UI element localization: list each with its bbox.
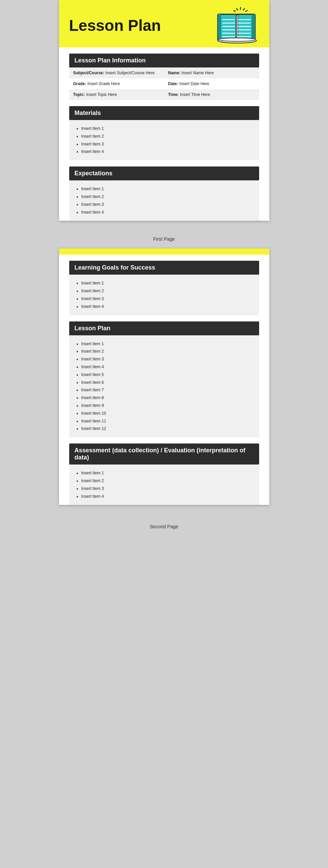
list-item: Insert Item 2 <box>81 193 254 201</box>
list-item: Insert Item 11 <box>81 417 254 425</box>
section-lesson-plan: Lesson Plan Insert Item 1Insert Item 2In… <box>69 321 259 438</box>
expectations-list: Insert Item 1Insert Item 2Insert Item 3I… <box>69 180 259 221</box>
list-item: Insert Item 2 <box>81 287 254 295</box>
list-item: Insert Item 12 <box>81 425 254 433</box>
list-item: Insert Item 4 <box>81 303 254 311</box>
section-lesson-plan-header: Lesson Plan <box>69 321 259 335</box>
list-item: Insert Item 8 <box>81 394 254 402</box>
lesson-plan-list: Insert Item 1Insert Item 2Insert Item 3I… <box>69 335 259 438</box>
page-title: Lesson Plan <box>69 17 161 34</box>
page-2: Learning Goals for Success Insert Item 1… <box>59 249 269 505</box>
list-item: Insert Item 3 <box>81 201 254 209</box>
svg-line-4 <box>234 11 235 12</box>
section-expectations: Expectations Insert Item 1Insert Item 2I… <box>69 166 259 221</box>
info-name: Name: Insert Name Here <box>164 67 259 78</box>
svg-line-1 <box>243 8 245 10</box>
list-item: Insert Item 3 <box>81 295 254 303</box>
list-item: Insert Item 2 <box>81 348 254 355</box>
section-learning-goals: Learning Goals for Success Insert Item 1… <box>69 261 259 315</box>
info-date: Date: Insert Date Here <box>164 78 259 89</box>
list-item: Insert Item 1 <box>81 125 254 133</box>
list-item: Insert Item 10 <box>81 410 254 417</box>
list-item: Insert Item 6 <box>81 379 254 387</box>
page2-top-bar <box>59 249 269 255</box>
svg-rect-8 <box>252 14 255 41</box>
list-item: Insert Item 3 <box>81 355 254 363</box>
section-expectations-header: Expectations <box>69 166 259 180</box>
list-item: Insert Item 1 <box>81 279 254 287</box>
list-item: Insert Item 3 <box>81 485 254 493</box>
section-materials-header: Materials <box>69 106 259 120</box>
list-item: Insert Item 9 <box>81 402 254 410</box>
list-item: Insert Item 4 <box>81 493 254 500</box>
svg-point-22 <box>218 38 256 41</box>
list-item: Insert Item 1 <box>81 185 254 193</box>
book-icon <box>215 7 259 44</box>
assessment-list: Insert Item 1Insert Item 2Insert Item 3I… <box>69 465 259 505</box>
list-item: Insert Item 7 <box>81 386 254 394</box>
section-info: Lesson Plan Information Subject/Course: … <box>69 54 259 100</box>
list-item: Insert Item 3 <box>81 140 254 148</box>
list-item: Insert Item 4 <box>81 363 254 371</box>
page2-label: Second Page <box>0 518 328 536</box>
list-item: Insert Item 4 <box>81 209 254 216</box>
svg-rect-7 <box>218 14 221 41</box>
section-assessment-header: Assessment (data collection) / Evaluatio… <box>69 443 259 465</box>
section-materials: Materials Insert Item 1Insert Item 2Inse… <box>69 106 259 160</box>
list-item: Insert Item 2 <box>81 477 254 485</box>
info-grade: Grade: Insert Grade Here <box>69 78 164 89</box>
section-assessment: Assessment (data collection) / Evaluatio… <box>69 443 259 505</box>
info-topic: Topic: Insert Topic Here <box>69 89 164 100</box>
info-grid: Subject/Course: Insert Subject/Course He… <box>69 67 259 100</box>
list-item: Insert Item 1 <box>81 340 254 348</box>
svg-line-2 <box>236 8 238 10</box>
list-item: Insert Item 2 <box>81 133 254 140</box>
list-item: Insert Item 4 <box>81 148 254 156</box>
learning-goals-list: Insert Item 1Insert Item 2Insert Item 3I… <box>69 275 259 315</box>
page1-header: Lesson Plan <box>59 0 269 47</box>
svg-line-3 <box>246 11 247 12</box>
materials-list: Insert Item 1Insert Item 2Insert Item 3I… <box>69 120 259 160</box>
section-learning-goals-header: Learning Goals for Success <box>69 261 259 275</box>
list-item: Insert Item 5 <box>81 371 254 379</box>
info-subject: Subject/Course: Insert Subject/Course He… <box>69 67 164 78</box>
page-1: Lesson Plan <box>59 0 269 221</box>
list-item: Insert Item 1 <box>81 469 254 477</box>
page1-label: First Page <box>0 231 328 249</box>
info-time: Time: Insert Time Here <box>164 89 259 100</box>
section-info-header: Lesson Plan Information <box>69 54 259 67</box>
